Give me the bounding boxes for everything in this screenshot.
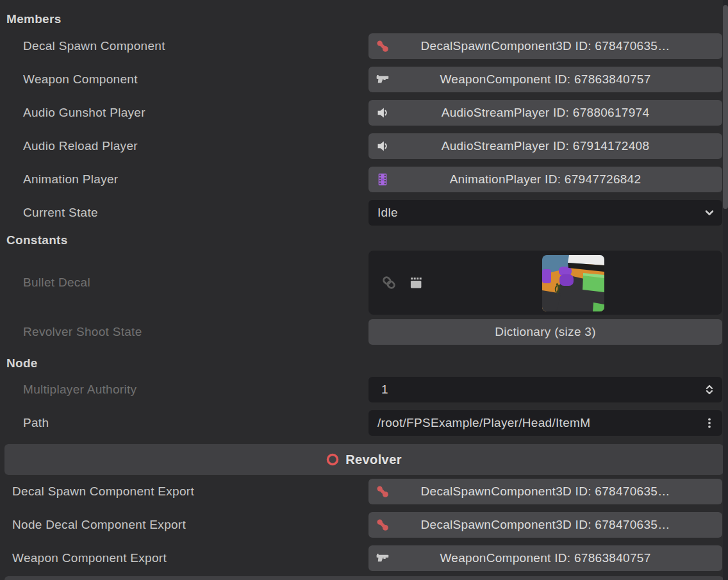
property-row-weapon-component-export: Weapon Component Export WeaponComponent … — [0, 542, 728, 575]
vertical-scrollbar-grabber[interactable] — [723, 5, 728, 209]
property-row-multiplayer-authority: Multiplayer Authority 1 — [0, 373, 728, 406]
decal-component-icon — [376, 518, 390, 532]
object-id-value: WeaponComponent ID: 67863840757 — [420, 551, 670, 565]
object-id-value: AnimationPlayer ID: 67947726842 — [431, 172, 661, 186]
chain-link-icon — [381, 275, 397, 290]
object-id-value: DecalSpawnComponent3D ID: 678470635… — [402, 39, 690, 53]
property-label: Revolver Shoot State — [0, 325, 368, 339]
property-row-path: Path /root/FPSExample/Player/Head/ItemM — [0, 406, 728, 440]
speaker-icon — [376, 106, 390, 120]
section-header-constants: Constants — [0, 231, 728, 250]
section-title: Constants — [6, 233, 68, 247]
up-down-stepper-icon[interactable] — [703, 383, 716, 396]
kebab-menu-icon[interactable] — [703, 417, 716, 429]
animation-player-value-button[interactable]: AnimationPlayer ID: 67947726842 — [368, 167, 722, 192]
weapon-component-value-button[interactable]: WeaponComponent ID: 67863840757 — [368, 67, 722, 92]
pistol-icon — [376, 551, 390, 565]
section-header-node: Node — [0, 354, 728, 373]
pistol-icon — [376, 72, 390, 87]
node-ring-icon — [326, 453, 339, 466]
property-row-node-decal-component-export: Node Decal Component Export DecalSpawnCo… — [0, 508, 728, 542]
film-strip-icon — [376, 172, 390, 186]
property-row-bullet-decal: Bullet Decal — [0, 250, 728, 315]
object-id-value: DecalSpawnComponent3D ID: 678470635… — [402, 518, 690, 532]
property-row-revolver-shoot-state: Revolver Shoot State Dictionary (size 3) — [0, 315, 728, 349]
decal-spawn-component-export-value-button[interactable]: DecalSpawnComponent3D ID: 678470635… — [368, 479, 722, 504]
property-row-audio-gunshot-player: Audio Gunshot Player AudioStreamPlayer I… — [0, 96, 728, 129]
property-row-weapon-component: Weapon Component WeaponComponent ID: 678… — [0, 63, 728, 96]
path-input[interactable]: /root/FPSExample/Player/Head/ItemM — [368, 410, 722, 436]
vertical-scrollbar-track[interactable] — [723, 0, 728, 580]
property-label: Multiplayer Authority — [0, 383, 368, 397]
dropdown-selected-value: Idle — [368, 206, 722, 220]
property-label: Node Decal Component Export — [0, 518, 368, 532]
property-label: Audio Gunshot Player — [0, 106, 368, 120]
chevron-down-icon — [703, 206, 716, 219]
audio-gunshot-player-value-button[interactable]: AudioStreamPlayer ID: 67880617974 — [368, 100, 722, 126]
bullet-decal-resource-preview[interactable] — [368, 251, 722, 315]
stepper-value: 1 — [368, 383, 722, 397]
property-label: Weapon Component Export — [0, 551, 368, 565]
property-label: Current State — [0, 206, 368, 220]
category-bar-revolver: Revolver — [4, 444, 724, 475]
current-state-dropdown[interactable]: Idle — [368, 200, 722, 226]
object-id-value: DecalSpawnComponent3D ID: 678470635… — [402, 485, 690, 499]
section-title: Members — [6, 12, 62, 26]
decal-component-icon — [376, 485, 390, 499]
section-header-members: Members — [0, 9, 728, 29]
object-id-value: WeaponComponent ID: 67863840757 — [420, 72, 670, 87]
category-title: Revolver — [345, 452, 402, 467]
property-label: Audio Reload Player — [0, 139, 368, 153]
property-label: Decal Spawn Component — [0, 39, 368, 53]
property-row-decal-spawn-component: Decal Spawn Component DecalSpawnComponen… — [0, 29, 728, 63]
decal-spawn-component-value-button[interactable]: DecalSpawnComponent3D ID: 678470635… — [368, 33, 722, 59]
property-label: Bullet Decal — [0, 276, 368, 290]
multiplayer-authority-stepper[interactable]: 1 — [368, 377, 722, 402]
property-row-animation-player: Animation Player AnimationPlayer ID: 679… — [0, 163, 728, 196]
property-label: Decal Spawn Component Export — [0, 485, 368, 499]
inspector-panel: Members Decal Spawn Component DecalSpawn… — [0, 9, 728, 580]
scene-clapper-icon — [408, 275, 424, 290]
property-row-audio-reload-player: Audio Reload Player AudioStreamPlayer ID… — [0, 129, 728, 163]
decal-component-icon — [376, 39, 390, 53]
dictionary-value-button[interactable]: Dictionary (size 3) — [368, 319, 722, 345]
path-value: /root/FPSExample/Player/Head/ItemM — [368, 416, 722, 430]
object-id-value: AudioStreamPlayer ID: 67914172408 — [422, 139, 669, 153]
3d-scene-thumbnail — [542, 255, 604, 311]
speaker-icon — [376, 139, 390, 153]
node-decal-component-export-value-button[interactable]: DecalSpawnComponent3D ID: 678470635… — [368, 512, 722, 538]
audio-reload-player-value-button[interactable]: AudioStreamPlayer ID: 67914172408 — [368, 133, 722, 159]
object-id-value: AudioStreamPlayer ID: 67880617974 — [422, 106, 669, 120]
property-label: Path — [0, 416, 368, 430]
weapon-component-export-value-button[interactable]: WeaponComponent ID: 67863840757 — [368, 545, 722, 571]
section-title: Node — [6, 356, 38, 370]
property-row-current-state: Current State Idle — [0, 196, 728, 229]
category-bar-partial — [4, 576, 724, 580]
property-row-decal-spawn-component-export: Decal Spawn Component Export DecalSpawnC… — [0, 475, 728, 508]
property-label: Weapon Component — [0, 72, 368, 87]
property-label: Animation Player — [0, 172, 368, 186]
